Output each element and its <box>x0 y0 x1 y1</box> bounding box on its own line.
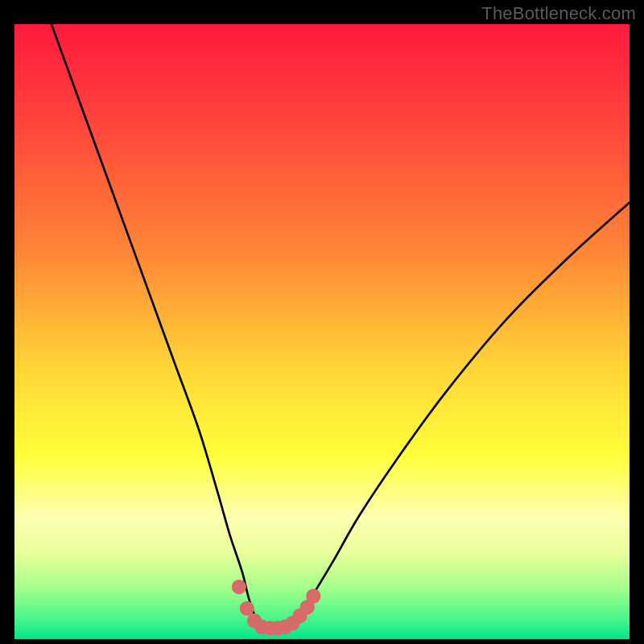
trough-marker <box>240 601 254 616</box>
chart-svg <box>14 24 630 639</box>
chart-frame: TheBottleneck.com <box>0 0 644 644</box>
trough-marker <box>306 588 320 603</box>
plot-area <box>14 24 630 639</box>
watermark-text: TheBottleneck.com <box>481 3 636 24</box>
gradient-background <box>14 24 630 639</box>
trough-marker <box>232 580 246 594</box>
